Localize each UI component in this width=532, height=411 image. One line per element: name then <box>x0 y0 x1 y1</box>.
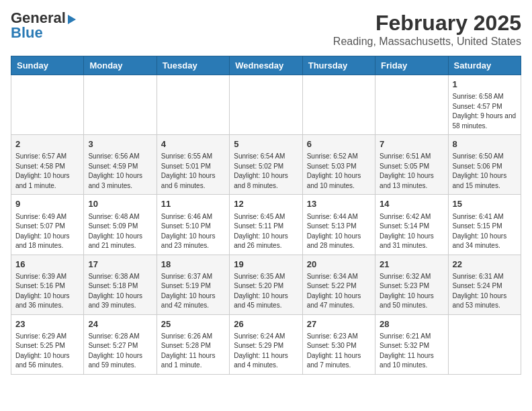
day-info: Sunrise: 6:45 AM Sunset: 5:11 PM Dayligh… <box>234 212 298 251</box>
day-info: Sunrise: 6:54 AM Sunset: 5:02 PM Dayligh… <box>234 152 298 191</box>
day-number: 13 <box>307 198 371 210</box>
calendar-cell: 8Sunrise: 6:50 AM Sunset: 5:06 PM Daylig… <box>448 135 521 195</box>
calendar-cell <box>230 75 302 135</box>
calendar-cell <box>84 75 157 135</box>
calendar-cell: 12Sunrise: 6:45 AM Sunset: 5:11 PM Dayli… <box>230 195 302 255</box>
day-info: Sunrise: 6:49 AM Sunset: 5:07 PM Dayligh… <box>15 212 79 251</box>
day-number: 11 <box>161 198 225 210</box>
weekday-header-wednesday: Wednesday <box>230 56 302 75</box>
calendar-week-4: 16Sunrise: 6:39 AM Sunset: 5:16 PM Dayli… <box>11 255 521 314</box>
day-info: Sunrise: 6:32 AM Sunset: 5:23 PM Dayligh… <box>380 272 443 311</box>
title-area: February 2025 Reading, Massachusetts, Un… <box>333 11 521 48</box>
day-number: 8 <box>453 138 517 150</box>
day-number: 4 <box>161 138 225 150</box>
calendar-cell: 20Sunrise: 6:34 AM Sunset: 5:22 PM Dayli… <box>302 255 375 314</box>
day-number: 7 <box>380 138 443 150</box>
calendar-cell: 14Sunrise: 6:42 AM Sunset: 5:14 PM Dayli… <box>375 195 448 255</box>
day-number: 19 <box>234 259 298 271</box>
weekday-header-tuesday: Tuesday <box>157 56 229 75</box>
calendar-cell: 24Sunrise: 6:28 AM Sunset: 5:27 PM Dayli… <box>84 314 157 374</box>
calendar-cell: 9Sunrise: 6:49 AM Sunset: 5:07 PM Daylig… <box>11 195 84 255</box>
calendar-cell: 7Sunrise: 6:51 AM Sunset: 5:05 PM Daylig… <box>375 135 448 195</box>
day-number: 23 <box>15 318 79 330</box>
day-info: Sunrise: 6:57 AM Sunset: 4:58 PM Dayligh… <box>15 152 79 191</box>
day-number: 3 <box>88 138 152 150</box>
calendar: SundayMondayTuesdayWednesdayThursdayFrid… <box>11 56 521 375</box>
day-info: Sunrise: 6:51 AM Sunset: 5:05 PM Dayligh… <box>380 152 443 191</box>
day-number: 5 <box>234 138 298 150</box>
logo: General Blue <box>11 11 76 40</box>
weekday-header-thursday: Thursday <box>302 56 375 75</box>
day-number: 25 <box>161 318 225 330</box>
day-number: 6 <box>307 138 371 150</box>
weekday-header-friday: Friday <box>375 56 448 75</box>
calendar-cell <box>448 314 521 374</box>
calendar-cell: 16Sunrise: 6:39 AM Sunset: 5:16 PM Dayli… <box>11 255 84 314</box>
day-info: Sunrise: 6:48 AM Sunset: 5:09 PM Dayligh… <box>88 212 152 251</box>
day-info: Sunrise: 6:23 AM Sunset: 5:30 PM Dayligh… <box>307 332 371 371</box>
calendar-cell: 19Sunrise: 6:35 AM Sunset: 5:20 PM Dayli… <box>230 255 302 314</box>
day-info: Sunrise: 6:24 AM Sunset: 5:29 PM Dayligh… <box>234 332 298 371</box>
day-number: 16 <box>15 259 79 271</box>
day-info: Sunrise: 6:56 AM Sunset: 4:59 PM Dayligh… <box>88 152 152 191</box>
day-number: 12 <box>234 198 298 210</box>
calendar-cell <box>302 75 375 135</box>
calendar-cell <box>157 75 229 135</box>
calendar-week-2: 2Sunrise: 6:57 AM Sunset: 4:58 PM Daylig… <box>11 135 521 195</box>
calendar-cell: 3Sunrise: 6:56 AM Sunset: 4:59 PM Daylig… <box>84 135 157 195</box>
day-info: Sunrise: 6:52 AM Sunset: 5:03 PM Dayligh… <box>307 152 371 191</box>
calendar-cell: 22Sunrise: 6:31 AM Sunset: 5:24 PM Dayli… <box>448 255 521 314</box>
weekday-header-sunday: Sunday <box>11 56 84 75</box>
location-title: Reading, Massachusetts, United States <box>333 36 521 48</box>
day-info: Sunrise: 6:37 AM Sunset: 5:19 PM Dayligh… <box>161 272 225 311</box>
day-number: 27 <box>307 318 371 330</box>
calendar-cell: 21Sunrise: 6:32 AM Sunset: 5:23 PM Dayli… <box>375 255 448 314</box>
calendar-cell: 18Sunrise: 6:37 AM Sunset: 5:19 PM Dayli… <box>157 255 229 314</box>
calendar-cell: 2Sunrise: 6:57 AM Sunset: 4:58 PM Daylig… <box>11 135 84 195</box>
day-info: Sunrise: 6:34 AM Sunset: 5:22 PM Dayligh… <box>307 272 371 311</box>
calendar-cell: 1Sunrise: 6:58 AM Sunset: 4:57 PM Daylig… <box>448 75 521 135</box>
day-number: 1 <box>453 79 517 91</box>
day-info: Sunrise: 6:50 AM Sunset: 5:06 PM Dayligh… <box>453 152 517 191</box>
day-info: Sunrise: 6:28 AM Sunset: 5:27 PM Dayligh… <box>88 332 152 371</box>
day-number: 22 <box>453 259 517 271</box>
calendar-cell: 23Sunrise: 6:29 AM Sunset: 5:25 PM Dayli… <box>11 314 84 374</box>
day-number: 20 <box>307 259 371 271</box>
calendar-header-row: SundayMondayTuesdayWednesdayThursdayFrid… <box>11 56 521 75</box>
calendar-cell: 17Sunrise: 6:38 AM Sunset: 5:18 PM Dayli… <box>84 255 157 314</box>
month-title: February 2025 <box>333 11 521 36</box>
day-number: 17 <box>88 259 152 271</box>
day-number: 15 <box>453 198 517 210</box>
day-info: Sunrise: 6:26 AM Sunset: 5:28 PM Dayligh… <box>161 332 225 371</box>
weekday-header-saturday: Saturday <box>448 56 521 75</box>
day-info: Sunrise: 6:42 AM Sunset: 5:14 PM Dayligh… <box>380 212 443 251</box>
calendar-cell: 27Sunrise: 6:23 AM Sunset: 5:30 PM Dayli… <box>302 314 375 374</box>
calendar-cell <box>11 75 84 135</box>
day-info: Sunrise: 6:31 AM Sunset: 5:24 PM Dayligh… <box>453 272 517 311</box>
calendar-cell: 28Sunrise: 6:21 AM Sunset: 5:32 PM Dayli… <box>375 314 448 374</box>
header: General Blue February 2025 Reading, Mass… <box>11 11 521 48</box>
calendar-cell: 25Sunrise: 6:26 AM Sunset: 5:28 PM Dayli… <box>157 314 229 374</box>
day-info: Sunrise: 6:41 AM Sunset: 5:15 PM Dayligh… <box>453 212 517 251</box>
day-info: Sunrise: 6:38 AM Sunset: 5:18 PM Dayligh… <box>88 272 152 311</box>
day-info: Sunrise: 6:44 AM Sunset: 5:13 PM Dayligh… <box>307 212 371 251</box>
day-number: 28 <box>380 318 443 330</box>
day-info: Sunrise: 6:55 AM Sunset: 5:01 PM Dayligh… <box>161 152 225 191</box>
weekday-header-monday: Monday <box>84 56 157 75</box>
calendar-week-5: 23Sunrise: 6:29 AM Sunset: 5:25 PM Dayli… <box>11 314 521 374</box>
logo-general-text: General <box>11 11 66 26</box>
calendar-cell: 15Sunrise: 6:41 AM Sunset: 5:15 PM Dayli… <box>448 195 521 255</box>
day-info: Sunrise: 6:39 AM Sunset: 5:16 PM Dayligh… <box>15 272 79 311</box>
day-number: 14 <box>380 198 443 210</box>
day-number: 24 <box>88 318 152 330</box>
logo-blue-text: Blue <box>11 26 43 40</box>
day-info: Sunrise: 6:35 AM Sunset: 5:20 PM Dayligh… <box>234 272 298 311</box>
calendar-cell <box>375 75 448 135</box>
calendar-week-1: 1Sunrise: 6:58 AM Sunset: 4:57 PM Daylig… <box>11 75 521 135</box>
day-info: Sunrise: 6:58 AM Sunset: 4:57 PM Dayligh… <box>453 92 517 131</box>
calendar-week-3: 9Sunrise: 6:49 AM Sunset: 5:07 PM Daylig… <box>11 195 521 255</box>
day-number: 9 <box>15 198 79 210</box>
day-number: 26 <box>234 318 298 330</box>
day-info: Sunrise: 6:29 AM Sunset: 5:25 PM Dayligh… <box>15 332 79 371</box>
calendar-cell: 11Sunrise: 6:46 AM Sunset: 5:10 PM Dayli… <box>157 195 229 255</box>
